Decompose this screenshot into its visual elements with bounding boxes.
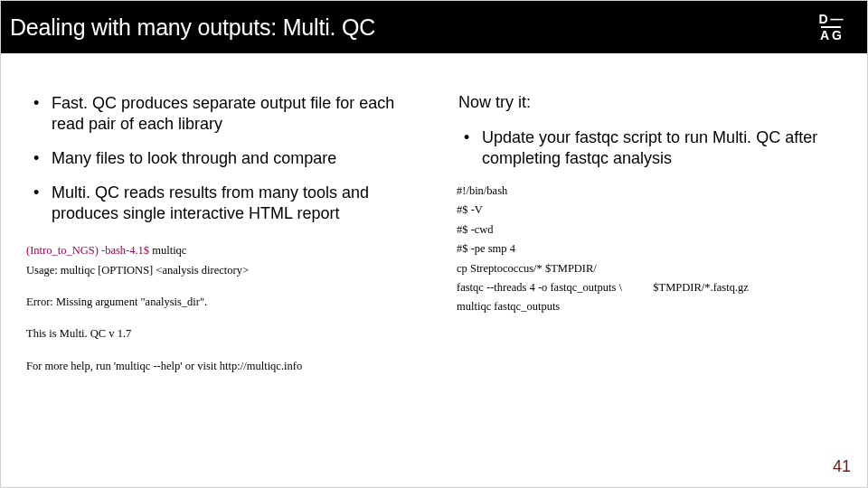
dag-logo: D — A G bbox=[813, 9, 849, 45]
now-try-heading: Now try it: bbox=[457, 93, 842, 112]
title-bar: Dealing with many outputs: Multi. QC D —… bbox=[1, 1, 867, 53]
script-line: multiqc fastqc_outputs bbox=[457, 298, 842, 315]
script-line: #$ -cwd bbox=[457, 221, 842, 239]
script-line: #$ -pe smp 4 bbox=[457, 240, 842, 258]
terminal-line: Error: Missing argument "analysis_dir". bbox=[26, 294, 415, 311]
terminal-line: This is Multi. QC v 1.7 bbox=[26, 325, 415, 343]
logo-char: — bbox=[831, 13, 844, 25]
script-line: fastqc --threads 4 -o fastqc_outputs \ $… bbox=[457, 279, 842, 296]
slide-title: Dealing with many outputs: Multi. QC bbox=[10, 14, 375, 41]
bullet-item: Multi. QC reads results from many tools … bbox=[26, 183, 415, 224]
logo-char: G bbox=[832, 29, 842, 42]
task-item: Update your fastqc script to run Multi. … bbox=[457, 127, 842, 169]
script-line: #!/bin/bash bbox=[457, 183, 842, 200]
terminal-prompt: (Intro_to_NGS) -bash-4.1$ bbox=[26, 244, 152, 257]
logo-char: D bbox=[818, 13, 827, 25]
terminal-line: Usage: multiqc [OPTIONS] <analysis direc… bbox=[26, 262, 415, 279]
bullet-item: Many files to look through and compare bbox=[26, 148, 415, 169]
page-number: 41 bbox=[833, 457, 851, 476]
terminal-line: (Intro_to_NGS) -bash-4.1$ multiqc bbox=[26, 242, 415, 259]
bullet-item: Fast. QC produces separate output file f… bbox=[26, 93, 415, 135]
content-area: Fast. QC produces separate output file f… bbox=[1, 53, 867, 377]
shell-script: #!/bin/bash #$ -V #$ -cwd #$ -pe smp 4 c… bbox=[457, 183, 842, 316]
task-list: Update your fastqc script to run Multi. … bbox=[457, 127, 842, 169]
left-column: Fast. QC produces separate output file f… bbox=[26, 93, 415, 377]
right-column: Now try it: Update your fastqc script to… bbox=[457, 93, 842, 377]
logo-char: A bbox=[820, 29, 829, 42]
script-line: cp Streptococcus/* $TMPDIR/ bbox=[457, 260, 842, 277]
script-line: #$ -V bbox=[457, 202, 842, 219]
terminal-command: multiqc bbox=[152, 244, 186, 257]
terminal-output: (Intro_to_NGS) -bash-4.1$ multiqc Usage:… bbox=[26, 242, 415, 375]
bullet-list: Fast. QC produces separate output file f… bbox=[26, 93, 415, 224]
terminal-line: For more help, run 'multiqc --help' or v… bbox=[26, 358, 415, 375]
